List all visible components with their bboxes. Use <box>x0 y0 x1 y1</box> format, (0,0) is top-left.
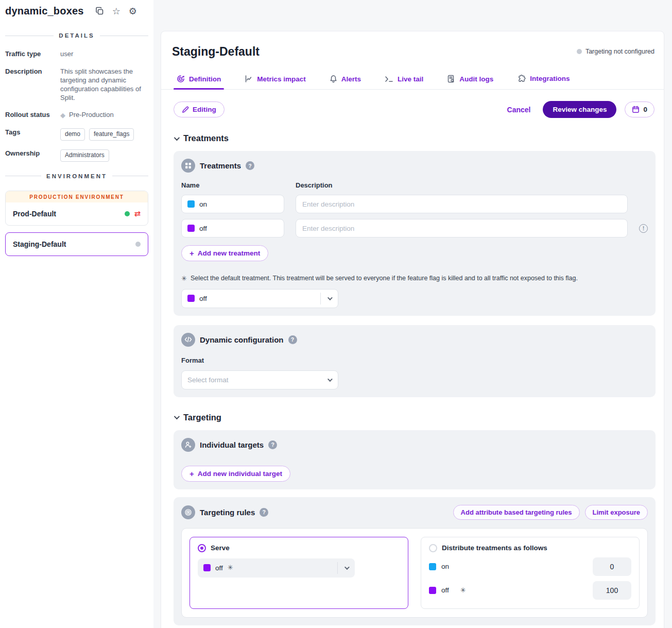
code-icon <box>181 333 195 347</box>
format-select[interactable]: Select format <box>181 370 338 389</box>
tab-live-tail[interactable]: Live tail <box>384 72 424 89</box>
flag-title: dynamic_boxes <box>5 5 84 17</box>
terminal-icon <box>385 75 393 83</box>
distribute-row-on: on 0 <box>429 557 631 576</box>
default-treatment-select[interactable]: off <box>181 289 338 308</box>
treatment-name-field-off[interactable]: off <box>181 219 284 237</box>
add-individual-target-button[interactable]: + Add new individual target <box>181 466 290 482</box>
distribute-percent-on[interactable]: 0 <box>593 557 631 576</box>
description-value: This split showcases the targeting and d… <box>60 67 148 103</box>
details-heading: DETAILS <box>59 32 94 39</box>
tags-row: Tags demo feature_flags <box>5 128 148 141</box>
tab-definition[interactable]: Definition <box>176 72 222 89</box>
treatment-color-swatch <box>187 200 195 208</box>
details-divider: DETAILS <box>5 32 148 39</box>
help-icon[interactable]: ? <box>246 161 254 170</box>
tag-chip: demo <box>60 128 85 141</box>
tab-label: Definition <box>189 75 221 83</box>
tab-integrations[interactable]: Integrations <box>516 71 571 89</box>
treatment-color-swatch <box>429 587 436 594</box>
cancel-button[interactable]: Cancel <box>507 106 531 114</box>
swap-arrows-icon: ⇄ <box>134 210 141 217</box>
name-column-header: Name <box>181 181 284 189</box>
targeting-rules-heading: Targeting rules <box>200 508 255 517</box>
tab-label: Metrics impact <box>257 75 306 83</box>
tab-audit-logs[interactable]: Audit logs <box>446 72 494 89</box>
default-marker-icon: ✳ <box>228 564 233 572</box>
individual-targets-panel: Individual targets ? + Add new individua… <box>174 430 656 489</box>
help-icon[interactable]: ? <box>268 440 277 449</box>
serve-radio[interactable] <box>198 544 206 552</box>
targeting-section-toggle[interactable]: Targeting <box>161 397 664 422</box>
limit-exposure-button[interactable]: Limit exposure <box>585 505 648 520</box>
rollout-status-row: Rollout status ◆ Pre-Production <box>5 111 148 120</box>
treatment-description-input-off[interactable] <box>296 219 628 237</box>
serve-treatment-select[interactable]: off ✳ <box>198 558 355 578</box>
serve-option-panel[interactable]: Serve off ✳ <box>189 537 408 609</box>
environment-name-prod: Prod-Default <box>13 210 120 218</box>
bell-icon <box>330 75 337 83</box>
favorite-star-icon[interactable]: ☆ <box>112 7 120 16</box>
calendar-icon <box>632 106 640 113</box>
chevron-down-icon <box>321 378 338 382</box>
editing-button[interactable]: Editing <box>174 101 225 117</box>
chevron-down-icon <box>321 297 338 300</box>
tag-chip: feature_flags <box>89 128 134 141</box>
help-icon[interactable]: ? <box>260 508 268 517</box>
traffic-type-row: Traffic type user <box>5 50 148 59</box>
copy-icon[interactable] <box>95 7 104 15</box>
tab-alerts[interactable]: Alerts <box>329 72 362 89</box>
traffic-type-label: Traffic type <box>5 50 60 59</box>
targeting-rule-card: Serve off ✳ Distribute treatments as fol <box>181 528 648 618</box>
targeting-status-text: Targeting not configured <box>585 48 654 55</box>
dynamic-configuration-panel: Dynamic configuration ? Format Select fo… <box>174 325 656 397</box>
flag-header: dynamic_boxes ☆ ⚙ <box>0 0 153 17</box>
plus-icon: + <box>189 470 194 478</box>
sidebar: dynamic_boxes ☆ ⚙ DETAILS Traffic type u… <box>0 0 153 628</box>
individual-targets-heading: Individual targets <box>200 440 264 449</box>
treatments-panel: Treatments ? Name Description on off ! + <box>174 151 656 316</box>
chevron-down-icon <box>174 134 180 140</box>
rollout-status-label: Rollout status <box>5 111 60 120</box>
distribute-label: Distribute treatments as follows <box>442 544 547 552</box>
help-icon[interactable]: ? <box>288 335 297 344</box>
default-marker-icon: ✳ <box>181 275 187 283</box>
distribute-radio-row[interactable]: Distribute treatments as follows <box>429 544 631 552</box>
treatment-row: off ! <box>181 219 648 237</box>
rollout-status-value: Pre-Production <box>69 111 114 120</box>
environment-card-prod[interactable]: PRODUCTION ENVIRONMENT Prod-Default ⇄ <box>5 191 148 226</box>
treatment-row: on <box>181 195 648 213</box>
targeting-rules-panel: Targeting rules ? Add attribute based ta… <box>174 497 656 625</box>
distribute-row-off: off ✳ 100 <box>429 581 631 600</box>
edit-toolbar: Editing Cancel Review changes 0 <box>161 90 664 118</box>
distribute-option-panel[interactable]: Distribute treatments as follows on 0 of… <box>421 537 640 609</box>
tab-label: Audit logs <box>459 75 493 83</box>
review-changes-button[interactable]: Review changes <box>543 101 616 118</box>
info-icon[interactable]: ! <box>639 224 648 233</box>
add-user-icon <box>181 438 195 452</box>
distribute-radio[interactable] <box>429 544 437 552</box>
distribute-percent-off[interactable]: 100 <box>593 581 631 600</box>
treatment-color-swatch <box>187 225 195 232</box>
tags-label: Tags <box>5 128 60 141</box>
treatment-description-input-on[interactable] <box>296 195 628 213</box>
tab-label: Live tail <box>398 75 423 83</box>
treatment-color-swatch <box>429 563 436 570</box>
tab-metrics-impact[interactable]: Metrics impact <box>244 72 307 89</box>
add-attribute-rules-button[interactable]: Add attribute based targeting rules <box>453 505 580 520</box>
chevron-down-icon <box>338 566 355 570</box>
treatment-name-field-on[interactable]: on <box>181 195 284 213</box>
treatment-color-swatch <box>203 564 211 571</box>
tab-label: Integrations <box>530 75 570 82</box>
add-treatment-button[interactable]: + Add new treatment <box>181 245 268 261</box>
environment-name-staging: Staging-Default <box>13 240 131 248</box>
owner-chip: Administrators <box>60 149 109 162</box>
dynamic-configuration-heading: Dynamic configuration <box>200 335 284 344</box>
traffic-type-value: user <box>60 50 148 59</box>
definition-target-icon <box>177 75 185 83</box>
treatments-section-toggle[interactable]: Treatments <box>161 118 664 143</box>
scheduled-changes-button[interactable]: 0 <box>625 101 654 117</box>
serve-radio-row[interactable]: Serve <box>198 544 400 552</box>
settings-gear-icon[interactable]: ⚙ <box>129 7 137 16</box>
environment-card-staging[interactable]: Staging-Default <box>5 232 148 256</box>
